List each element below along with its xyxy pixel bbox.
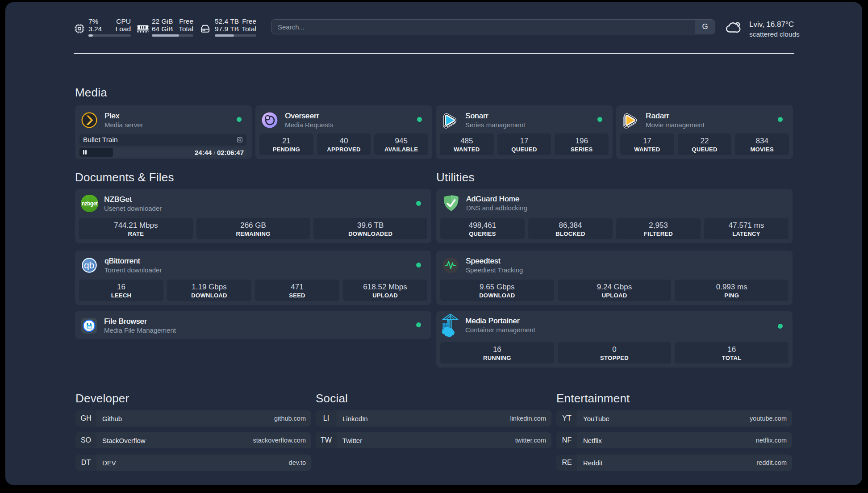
svg-text:qb: qb [84, 260, 94, 270]
svg-text:nzbget: nzbget [82, 201, 98, 207]
